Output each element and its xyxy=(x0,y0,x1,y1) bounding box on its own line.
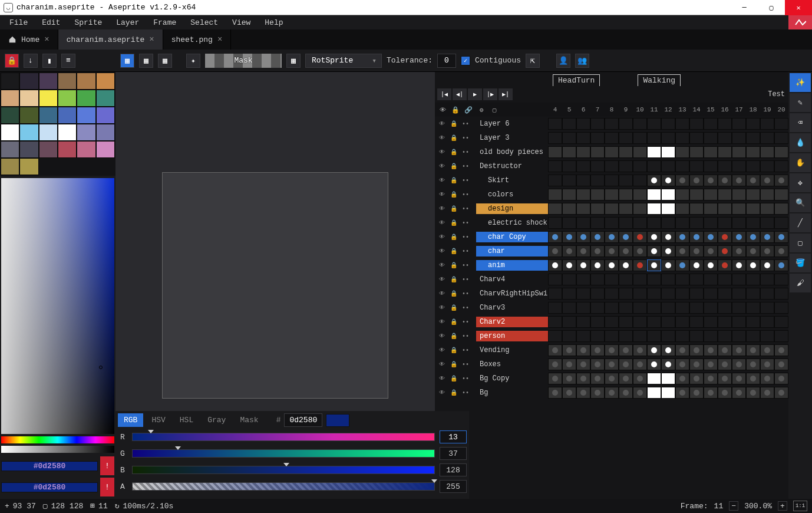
palette-swatch[interactable] xyxy=(77,73,95,90)
lock-icon[interactable]: 🔒 xyxy=(449,232,458,242)
timeline-cel[interactable] xyxy=(746,245,760,257)
timeline-cel[interactable] xyxy=(633,203,647,215)
maximize-button[interactable]: ▢ xyxy=(758,0,785,15)
timeline-cel[interactable] xyxy=(661,316,675,328)
timeline-cel[interactable] xyxy=(732,217,746,229)
link-icon[interactable]: •• xyxy=(461,261,470,270)
timeline-cel[interactable] xyxy=(774,160,788,172)
link-icon[interactable]: •• xyxy=(461,176,470,185)
timeline-cel[interactable] xyxy=(760,203,774,215)
visibility-icon[interactable]: 👁 xyxy=(437,331,447,341)
visibility-icon[interactable]: 👁 xyxy=(437,275,447,284)
visibility-icon[interactable]: 👁 xyxy=(437,204,447,213)
lock-icon[interactable]: 🔒 xyxy=(449,303,458,313)
timeline-cel[interactable] xyxy=(774,146,788,158)
timeline-cel[interactable] xyxy=(689,189,704,200)
foreground-swatch[interactable]: #0d2580 xyxy=(1,461,98,471)
palette-swatch[interactable] xyxy=(77,107,95,124)
timeline-cel[interactable] xyxy=(718,359,732,370)
palette-swatch[interactable] xyxy=(96,141,115,158)
timeline-cel[interactable] xyxy=(732,231,746,243)
layer-name[interactable]: Charv2 xyxy=(476,317,548,327)
color-picker-area[interactable] xyxy=(1,178,114,434)
palette-swatch[interactable] xyxy=(39,90,58,107)
timeline-cel[interactable] xyxy=(746,330,760,342)
timeline-cel[interactable] xyxy=(760,146,774,158)
timeline-cel[interactable] xyxy=(689,146,704,158)
timeline-cel[interactable] xyxy=(774,330,788,342)
timeline-cel[interactable] xyxy=(633,245,647,257)
timeline-cel[interactable] xyxy=(760,118,774,130)
timeline-cel[interactable] xyxy=(732,189,746,200)
frame-number[interactable]: 16 xyxy=(718,106,732,113)
timeline-cel[interactable] xyxy=(661,217,675,229)
timeline-cel[interactable] xyxy=(576,203,590,215)
timeline-cel[interactable] xyxy=(647,160,661,172)
timeline-cel[interactable] xyxy=(661,344,675,356)
timeline-cel[interactable] xyxy=(718,132,732,144)
link-icon[interactable]: •• xyxy=(461,133,470,143)
timeline-cel[interactable] xyxy=(633,344,647,356)
timeline-cel[interactable] xyxy=(548,203,562,215)
timeline-cel[interactable] xyxy=(590,217,605,229)
timeline-cel[interactable] xyxy=(576,132,590,144)
timeline-cel[interactable] xyxy=(562,132,576,144)
timeline-cel[interactable] xyxy=(619,330,633,342)
eye-icon[interactable]: 👁 xyxy=(437,104,448,115)
timeline-cel[interactable] xyxy=(576,373,590,384)
palette-swatch[interactable] xyxy=(96,73,115,90)
timeline-cel[interactable] xyxy=(760,302,774,314)
layer-name[interactable]: char Copy xyxy=(476,232,548,242)
timeline-cel[interactable] xyxy=(718,330,732,342)
timeline-cel[interactable] xyxy=(689,175,704,186)
lock-icon[interactable]: 🔒 xyxy=(449,346,458,355)
timeline-cel[interactable] xyxy=(760,316,774,328)
timeline-cel[interactable] xyxy=(746,118,760,130)
timeline-cel[interactable] xyxy=(576,387,590,399)
timeline-cel[interactable] xyxy=(633,175,647,186)
timeline-cel[interactable] xyxy=(718,288,732,300)
timeline-cel[interactable] xyxy=(647,175,661,186)
timeline-cel[interactable] xyxy=(760,160,774,172)
warning-icon[interactable]: ! xyxy=(100,478,114,496)
timeline-cel[interactable] xyxy=(647,359,661,370)
timeline-cel[interactable] xyxy=(774,231,788,243)
menu-frame[interactable]: Frame xyxy=(146,18,183,27)
visibility-icon[interactable]: 👁 xyxy=(437,246,447,256)
timeline-cel[interactable] xyxy=(689,387,704,399)
timeline-cel[interactable] xyxy=(548,118,562,130)
timeline-cel[interactable] xyxy=(704,132,718,144)
timeline-cel[interactable] xyxy=(605,344,619,356)
lock-icon[interactable]: 🔒 xyxy=(5,54,19,68)
timeline-cel[interactable] xyxy=(661,302,675,314)
palette-swatch[interactable] xyxy=(58,124,77,141)
timeline-cel[interactable] xyxy=(675,118,689,130)
layer-name[interactable]: Skirt xyxy=(476,175,548,186)
timeline-cel[interactable] xyxy=(675,132,689,144)
timeline-cel[interactable] xyxy=(647,274,661,285)
tag-headturn[interactable]: HeadTurn xyxy=(553,74,600,86)
palette-swatch[interactable] xyxy=(77,124,95,141)
timeline-cel[interactable] xyxy=(746,259,760,271)
timeline-cel[interactable] xyxy=(704,302,718,314)
timeline-cel[interactable] xyxy=(647,217,661,229)
timeline-cel[interactable] xyxy=(732,373,746,384)
layer-name[interactable]: Destructor xyxy=(476,161,548,172)
frame-number[interactable]: 17 xyxy=(732,106,746,113)
menu-icon[interactable]: ≡ xyxy=(61,54,75,68)
timeline-cel[interactable] xyxy=(647,189,661,200)
color-mode-gray[interactable]: Gray xyxy=(202,413,232,427)
timeline-cel[interactable] xyxy=(562,217,576,229)
timeline-cel[interactable] xyxy=(689,217,704,229)
timeline-cel[interactable] xyxy=(760,373,774,384)
layer-name[interactable]: CharvRightHipSwing xyxy=(476,288,548,299)
palette-swatch[interactable] xyxy=(1,90,19,107)
timeline-cel[interactable] xyxy=(562,245,576,257)
layer-row[interactable]: 👁🔒••Bg xyxy=(435,386,788,400)
palette-swatch[interactable] xyxy=(96,107,115,124)
timeline-cel[interactable] xyxy=(619,175,633,186)
timeline-cel[interactable] xyxy=(689,316,704,328)
timeline-cel[interactable] xyxy=(590,288,605,300)
timeline-cel[interactable] xyxy=(548,288,562,300)
menu-sprite[interactable]: Sprite xyxy=(67,18,109,27)
